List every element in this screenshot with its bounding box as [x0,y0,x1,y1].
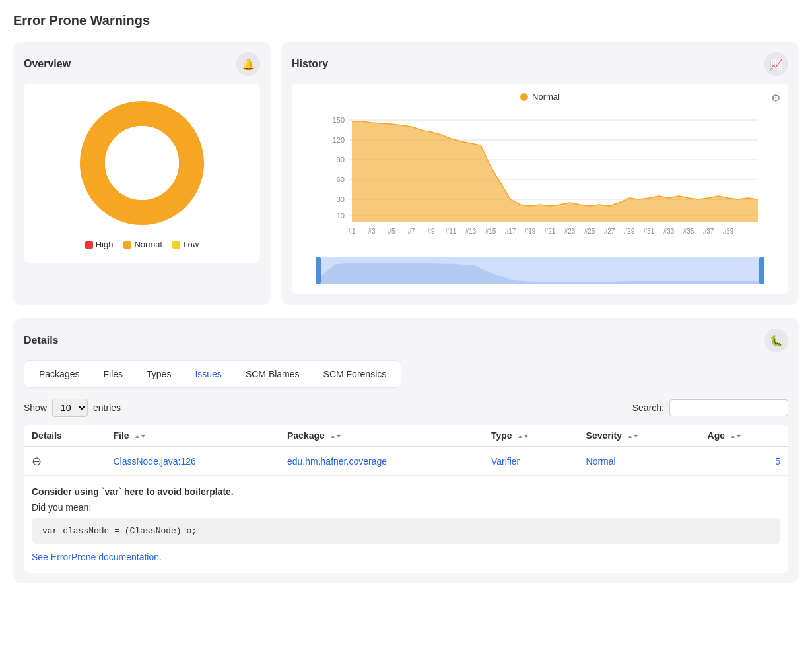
chart-icon: 📈 [770,58,783,71]
bell-button[interactable]: 🔔 [236,52,260,76]
detail-expanded-cell: Consider using `var` here to avoid boile… [24,476,788,573]
details-title: Details [24,335,58,346]
history-legend-label: Normal [532,92,560,102]
history-title: History [292,58,328,70]
entries-label: entries [93,403,121,413]
row-type-cell: Varifier [483,447,578,476]
search-input[interactable] [669,399,788,416]
svg-text:#13: #13 [465,228,477,235]
svg-text:#31: #31 [644,228,655,235]
svg-text:#29: #29 [624,228,635,235]
package-link[interactable]: edu.hm.hafner.coverage [287,456,387,467]
row-age-cell: 5 [700,447,788,476]
row-toggle-cell: ⊖ [24,447,105,476]
svg-text:10: 10 [337,212,345,220]
svg-text:#1: #1 [348,228,356,235]
svg-text:#21: #21 [545,228,556,235]
svg-text:150: 150 [333,116,345,124]
code-text: var classNode = (ClassNode) o; [42,526,197,536]
history-chart-button[interactable]: 📈 [764,52,788,76]
tab-files[interactable]: Files [92,365,133,383]
svg-text:#3: #3 [368,228,376,235]
bug-button[interactable]: 🐛 [764,329,788,352]
history-legend-dot [520,93,528,101]
svg-text:30: 30 [337,195,345,203]
history-legend: Normal [300,92,780,102]
normal-dot [123,241,131,249]
donut-chart [76,97,208,229]
severity-link[interactable]: Normal [586,456,616,467]
row-package-cell: edu.hm.hafner.coverage [279,447,483,476]
tab-scm-forensics[interactable]: SCM Forensics [313,365,397,383]
col-package[interactable]: Package ▲▼ [279,425,483,447]
warning-text: Consider using `var` here to avoid boile… [32,486,780,497]
type-sort-icon: ▲▼ [517,433,529,439]
type-link[interactable]: Varifier [491,456,520,467]
svg-text:#37: #37 [703,228,714,235]
svg-text:#25: #25 [584,228,595,235]
svg-text:#9: #9 [427,228,435,235]
svg-text:#5: #5 [388,228,395,235]
search-controls: Search: [632,399,788,416]
col-type[interactable]: Type ▲▼ [483,425,578,447]
tab-types[interactable]: Types [136,365,182,383]
col-age[interactable]: Age ▲▼ [700,425,788,447]
overview-title: Overview [24,58,71,70]
tab-packages[interactable]: Packages [28,365,90,383]
table-row: ⊖ ClassNode.java:126 edu.hm.hafner.cover… [24,447,788,476]
show-controls: Show 10 25 50 entries [24,399,121,417]
legend-low: Low [172,240,199,249]
severity-sort-icon: ▲▼ [627,433,639,439]
high-dot [85,241,93,249]
col-file[interactable]: File ▲▼ [105,425,279,447]
search-label: Search: [632,403,664,413]
table-controls: Show 10 25 50 entries Search: [24,399,788,417]
col-details: Details [24,425,105,447]
tab-scm-blames[interactable]: SCM Blames [235,365,310,383]
did-you-mean-text: Did you mean: [32,502,780,513]
svg-text:#35: #35 [683,228,694,235]
svg-point-3 [105,126,179,200]
details-panel: Details 🐛 Packages Files Types Issues SC… [13,318,799,583]
donut-legend: High Normal Low [85,240,199,249]
legend-normal: Normal [123,240,162,249]
svg-text:#23: #23 [564,228,576,235]
file-link[interactable]: ClassNode.java:126 [113,456,195,467]
bell-icon: 🔔 [242,58,255,71]
svg-text:90: 90 [337,156,345,164]
detail-row: Consider using `var` here to avoid boile… [24,476,788,573]
history-panel: History 📈 Normal ⚙ [281,42,799,305]
svg-rect-38 [316,257,321,284]
history-mini-chart[interactable] [300,257,780,284]
high-label: High [96,240,114,249]
bug-icon: 🐛 [770,335,783,347]
entries-select[interactable]: 10 25 50 [52,399,88,417]
doc-link[interactable]: See ErrorProne documentation. [32,552,162,562]
svg-rect-39 [759,257,764,284]
row-file-cell: ClassNode.java:126 [105,447,279,476]
row-toggle-button[interactable]: ⊖ [32,454,42,469]
low-dot [172,241,180,249]
issues-table-container: Details File ▲▼ Package ▲▼ Type ▲▼ Sever… [24,425,788,573]
tab-issues[interactable]: Issues [184,365,232,383]
low-label: Low [183,240,199,249]
issues-table: Details File ▲▼ Package ▲▼ Type ▲▼ Sever… [24,425,788,573]
svg-text:#15: #15 [485,228,496,235]
svg-text:#39: #39 [723,228,734,235]
show-label: Show [24,403,47,413]
col-severity[interactable]: Severity ▲▼ [578,425,700,447]
chart-settings-button[interactable]: ⚙ [771,92,780,104]
normal-label: Normal [134,240,162,249]
overview-panel: Overview 🔔 High [13,42,271,305]
history-content: Normal ⚙ 150 120 90 60 30 10 [292,84,788,294]
svg-text:120: 120 [333,136,345,144]
svg-text:#7: #7 [407,228,415,235]
detail-expanded-content: Consider using `var` here to avoid boile… [24,476,788,573]
file-sort-icon: ▲▼ [134,433,146,439]
svg-text:60: 60 [337,176,345,183]
age-value: 5 [775,456,780,467]
svg-text:#17: #17 [505,228,516,235]
svg-text:#19: #19 [525,228,536,235]
donut-container: High Normal Low [24,84,260,263]
legend-high: High [85,240,114,249]
